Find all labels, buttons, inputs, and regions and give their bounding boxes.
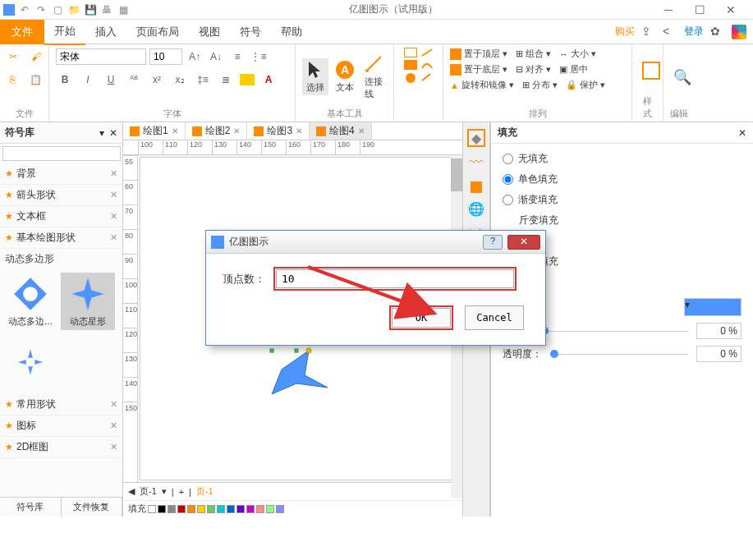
font-select[interactable] <box>56 48 146 65</box>
cancel-button[interactable]: Cancel <box>465 305 524 330</box>
color-orange[interactable] <box>187 505 195 513</box>
dialog-help-button[interactable]: ? <box>483 235 503 250</box>
shape-line-icon[interactable] <box>420 48 434 57</box>
save-icon[interactable]: 💾 <box>84 3 97 16</box>
cat-arrow[interactable]: ★箭头形状✕ <box>0 185 122 206</box>
color-yellow[interactable] <box>197 505 205 513</box>
menu-insert[interactable]: 插入 <box>85 20 126 44</box>
size-button[interactable]: ↔大小▾ <box>559 48 596 60</box>
menu-view[interactable]: 视图 <box>189 20 230 44</box>
align-icon[interactable]: ≣ <box>217 71 235 89</box>
radio-no-fill[interactable]: 无填充 <box>503 152 742 166</box>
bullet-icon[interactable]: ≡ <box>228 48 246 66</box>
color-black[interactable] <box>158 505 166 513</box>
connector-tool[interactable]: 连接线 <box>361 53 388 102</box>
settings-icon[interactable]: ✿ <box>710 25 725 39</box>
close-panel-icon[interactable]: ✕ <box>738 127 746 139</box>
undo-icon[interactable]: ↶ <box>18 3 31 16</box>
page-tab[interactable]: 页-1 <box>140 485 157 498</box>
page-menu-icon[interactable]: ▾ <box>162 486 167 497</box>
tab-library[interactable]: 符号库 <box>0 498 62 516</box>
export-icon[interactable]: ⇪ <box>641 25 656 39</box>
add-library-icon[interactable]: ▾ <box>99 127 104 139</box>
bold-button[interactable]: B <box>56 71 74 89</box>
color-cyan[interactable] <box>217 505 225 513</box>
color-violet[interactable] <box>276 505 284 513</box>
super-button[interactable]: x² <box>148 71 166 89</box>
vertex-input[interactable] <box>276 269 514 288</box>
menu-help[interactable]: 帮助 <box>271 20 312 44</box>
shape-pencil-icon[interactable] <box>420 72 434 82</box>
line-panel-icon[interactable]: 〰 <box>467 155 485 173</box>
opacity-slider[interactable]: 透明度： 0 % <box>503 346 742 362</box>
style-button[interactable] <box>639 60 663 81</box>
shape-curve-icon[interactable] <box>420 60 434 70</box>
color-white[interactable] <box>148 505 156 513</box>
tab-doc4[interactable]: 绘图4✕ <box>310 122 372 140</box>
copy-icon[interactable]: ⎘ <box>4 71 22 89</box>
minimize-button[interactable]: ─ <box>656 3 681 16</box>
page-prev-icon[interactable]: ◀ <box>128 486 135 497</box>
menu-symbol[interactable]: 符号 <box>230 20 271 44</box>
cat-background[interactable]: ★背景✕ <box>0 163 122 185</box>
shape-circle-icon[interactable] <box>404 72 417 84</box>
login-link[interactable]: 登录 <box>684 25 704 39</box>
fill-color-select[interactable]: ▾ <box>684 298 742 316</box>
shape-dynamic-polygon[interactable]: 动态多边… <box>3 273 57 330</box>
tab-doc1[interactable]: 绘图1✕ <box>123 122 186 140</box>
color-purple[interactable] <box>236 505 245 513</box>
shape-dynamic-star[interactable]: 动态星形 <box>61 273 115 330</box>
cat-textbox[interactable]: ★文本框✕ <box>0 206 122 227</box>
page-tab2[interactable]: 页-1 <box>196 485 214 498</box>
menu-file[interactable]: 文件 <box>0 20 44 44</box>
strike-button[interactable]: ᴬᴮ <box>125 71 143 89</box>
edit-button[interactable]: 🔍 <box>670 67 695 88</box>
dialog-close-button[interactable]: ✕ <box>507 235 540 250</box>
color-pink[interactable] <box>256 505 264 513</box>
shadow-panel-icon[interactable] <box>471 181 482 193</box>
cat-icon[interactable]: ★图标✕ <box>0 415 122 437</box>
shape-rect-fill-icon[interactable] <box>404 60 417 70</box>
brush-icon[interactable]: 🖌 <box>27 48 45 66</box>
redo-icon[interactable]: ↷ <box>34 3 48 16</box>
protect-button[interactable]: 🔒保护▾ <box>566 79 605 91</box>
open-icon[interactable]: 📁 <box>67 3 80 16</box>
tab-recovery[interactable]: 文件恢复 <box>62 498 123 516</box>
bring-front-button[interactable]: 置于顶层▾ <box>450 48 507 60</box>
cat-common[interactable]: ★常用形状✕ <box>0 394 122 415</box>
color-lime[interactable] <box>266 505 274 513</box>
page-add-icon[interactable]: + <box>179 487 184 497</box>
font-decrease-icon[interactable]: A↓ <box>207 48 225 66</box>
select-tool[interactable]: 选择 <box>302 58 328 95</box>
color-grey[interactable] <box>168 505 176 513</box>
fill-panel-icon[interactable]: ◆ <box>467 129 485 147</box>
sub-button[interactable]: x₂ <box>171 71 189 89</box>
color-magenta[interactable] <box>246 505 255 513</box>
paste-icon[interactable]: 📋 <box>27 71 45 89</box>
font-increase-icon[interactable]: A↑ <box>186 48 204 66</box>
text-tool[interactable]: A 文本 <box>332 58 358 95</box>
highlight-icon[interactable] <box>240 74 255 85</box>
font-size-select[interactable] <box>149 48 182 65</box>
share-icon[interactable]: < <box>663 25 677 39</box>
tab-doc2[interactable]: 绘图2✕ <box>186 122 248 140</box>
cat-basic[interactable]: ★基本绘图形状✕ <box>0 227 122 249</box>
font-color-icon[interactable]: A <box>259 71 278 89</box>
buy-link[interactable]: 购买 <box>615 25 635 39</box>
maximize-button[interactable]: ☐ <box>687 3 712 16</box>
color-blue[interactable] <box>227 505 235 513</box>
shape-dynamic-star2[interactable] <box>3 333 57 391</box>
send-back-button[interactable]: 置于底层▾ <box>450 63 507 76</box>
color-green[interactable] <box>207 505 215 513</box>
radio-gradient-fill[interactable]: 渐变填充 <box>503 193 742 207</box>
shape-rect-icon[interactable] <box>404 48 417 57</box>
globe-icon[interactable]: 🌐 <box>467 201 485 219</box>
menu-start[interactable]: 开始 <box>44 19 85 45</box>
cut-icon[interactable]: ✂ <box>4 48 22 66</box>
print-icon[interactable]: 🖶 <box>100 3 113 16</box>
line-spacing-icon[interactable]: ‡≡ <box>194 71 212 89</box>
close-button[interactable]: ✕ <box>719 3 743 16</box>
italic-button[interactable]: I <box>79 71 97 89</box>
number-icon[interactable]: ⋮≡ <box>250 48 268 66</box>
new-icon[interactable]: ▢ <box>51 3 64 16</box>
